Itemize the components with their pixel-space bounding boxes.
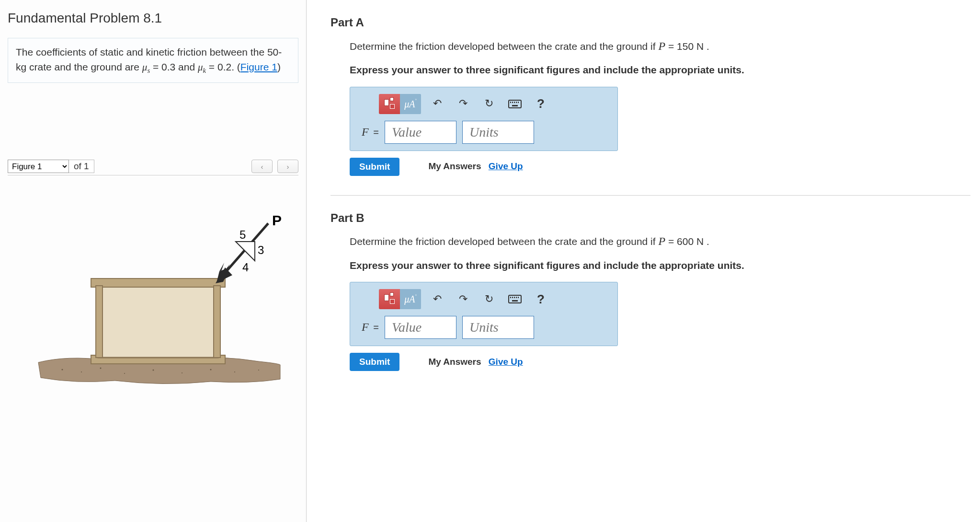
part-a-instruction: Express your answer to three significant… xyxy=(350,63,970,77)
mu-s-symbol: μ xyxy=(142,61,148,73)
svg-point-5 xyxy=(182,372,182,373)
part-b-answer-row: F = xyxy=(350,313,617,346)
problem-description: The coefficients of static and kinetic f… xyxy=(8,38,298,83)
answer-variable: F = xyxy=(360,124,379,140)
reset-icon[interactable]: ↻ xyxy=(479,95,499,113)
problem-title: Fundamental Problem 8.1 xyxy=(8,9,298,27)
force-label: P xyxy=(272,212,282,228)
my-answers-label: My Answers xyxy=(428,357,481,367)
part-b-links: My Answers Give Up xyxy=(428,356,523,369)
figure-count: of 1 xyxy=(69,160,94,173)
templates-icon[interactable] xyxy=(379,94,400,114)
my-answers-label: My Answers xyxy=(428,161,481,171)
svg-rect-10 xyxy=(98,286,218,358)
right-panel: Part A Determine the friction developed … xyxy=(307,0,980,522)
svg-rect-11 xyxy=(91,278,225,287)
p-symbol: P xyxy=(658,40,665,52)
figure-select[interactable]: Figure 1 xyxy=(8,160,69,173)
part-a-answer-box: μA° ↶ ↷ ↻ ? F = xyxy=(350,87,618,151)
part-a-submit-row: Submit My Answers Give Up xyxy=(350,158,970,176)
part-a-question: Determine the friction developed between… xyxy=(350,38,970,55)
part-a-units-input[interactable] xyxy=(462,121,534,144)
reset-icon[interactable]: ↻ xyxy=(479,290,499,308)
mu-k-symbol: μ xyxy=(198,61,203,73)
figure-selector-group: Figure 1 of 1 xyxy=(8,160,94,173)
undo-icon[interactable]: ↶ xyxy=(428,290,447,308)
part-b-value-input[interactable] xyxy=(385,316,456,339)
help-icon[interactable]: ? xyxy=(531,95,550,113)
svg-point-8 xyxy=(258,370,259,371)
svg-point-6 xyxy=(210,369,211,371)
part-b-units-input[interactable] xyxy=(462,316,534,339)
part-a-links: My Answers Give Up xyxy=(428,160,523,173)
part-b-toolbar: μA° ↶ ↷ ↻ ? xyxy=(350,282,617,313)
svg-rect-13 xyxy=(214,286,220,358)
redo-icon[interactable]: ↷ xyxy=(454,95,473,113)
desc-end: ) xyxy=(277,61,281,72)
answer-variable: F = xyxy=(360,319,379,336)
figure-header: Figure 1 of 1 ‹ › xyxy=(8,160,298,175)
part-b-heading: Part B xyxy=(330,210,970,226)
svg-rect-12 xyxy=(96,286,103,358)
mu-k-val: = 0.2. ( xyxy=(206,61,240,72)
figure-image: 5 3 4 P xyxy=(8,190,298,400)
svg-point-1 xyxy=(81,371,82,372)
figure-nav: ‹ › xyxy=(251,160,298,173)
redo-icon[interactable]: ↷ xyxy=(454,290,473,308)
keyboard-icon[interactable] xyxy=(505,290,524,308)
triangle-adj: 4 xyxy=(242,261,249,274)
part-b-submit-button[interactable]: Submit xyxy=(350,353,399,371)
give-up-link[interactable]: Give Up xyxy=(489,357,523,367)
left-panel: Fundamental Problem 8.1 The coefficients… xyxy=(0,0,307,522)
template-tool-group: μA° xyxy=(379,289,421,309)
svg-point-7 xyxy=(234,371,235,372)
units-icon[interactable]: μA° xyxy=(400,94,421,114)
svg-point-3 xyxy=(124,373,125,374)
help-icon[interactable]: ? xyxy=(531,290,550,308)
svg-point-2 xyxy=(100,368,101,369)
mu-s-val: = 0.3 and xyxy=(150,61,198,72)
figure-prev-button[interactable]: ‹ xyxy=(251,160,273,173)
figure-next-button[interactable]: › xyxy=(277,160,298,173)
part-b-submit-row: Submit My Answers Give Up xyxy=(350,353,970,371)
part-a-heading: Part A xyxy=(330,14,970,31)
templates-icon[interactable] xyxy=(379,289,400,309)
part-b-question: Determine the friction developed between… xyxy=(350,233,970,250)
part-a-submit-button[interactable]: Submit xyxy=(350,158,399,176)
part-a-value-input[interactable] xyxy=(385,121,456,144)
template-tool-group: μA° xyxy=(379,94,421,114)
part-b-instruction: Express your answer to three significant… xyxy=(350,258,970,272)
part-a-answer-row: F = xyxy=(350,118,617,151)
part-divider xyxy=(330,195,970,196)
undo-icon[interactable]: ↶ xyxy=(428,95,447,113)
units-icon[interactable]: μA° xyxy=(400,289,421,309)
triangle-hyp: 5 xyxy=(239,228,246,241)
part-b-answer-box: μA° ↶ ↷ ↻ ? F = xyxy=(350,282,618,346)
figure-link[interactable]: Figure 1 xyxy=(240,61,277,72)
part-a-toolbar: μA° ↶ ↷ ↻ ? xyxy=(350,87,617,118)
give-up-link[interactable]: Give Up xyxy=(489,161,523,171)
p-symbol: P xyxy=(658,235,665,247)
svg-point-0 xyxy=(61,369,63,371)
svg-point-4 xyxy=(152,370,154,371)
keyboard-icon[interactable] xyxy=(505,95,524,113)
triangle-opp: 3 xyxy=(258,244,264,256)
